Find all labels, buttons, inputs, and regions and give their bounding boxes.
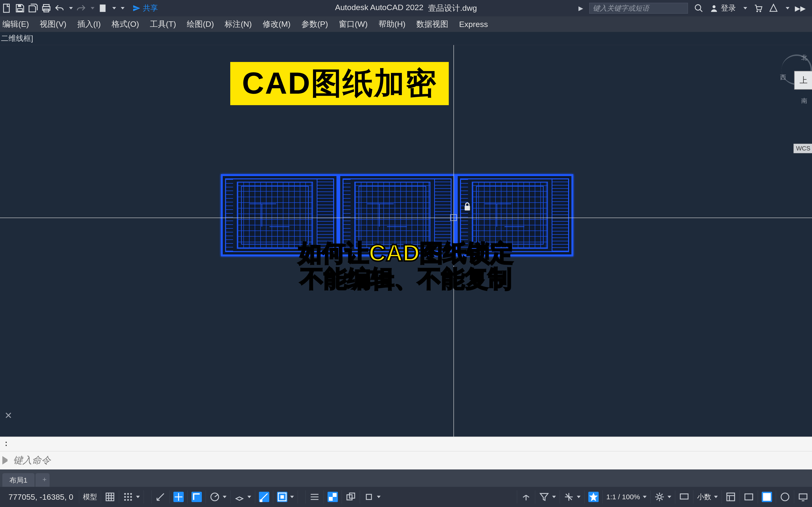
layout-tab-1[interactable]: 布局1 (2, 473, 35, 487)
svg-rect-32 (680, 494, 688, 499)
svg-point-20 (130, 499, 132, 501)
gear-icon[interactable] (654, 492, 665, 502)
annotation-icon[interactable] (588, 492, 599, 502)
svg-point-9 (756, 10, 758, 12)
expand-icon[interactable]: ▶▶ (796, 3, 805, 13)
lineweight-icon[interactable] (309, 492, 320, 502)
new-icon[interactable] (2, 3, 12, 13)
redo-icon[interactable] (76, 3, 86, 13)
compass-west: 西 (780, 73, 786, 81)
menu-view[interactable]: 视图(V) (40, 19, 66, 30)
menu-help[interactable]: 帮助(H) (378, 19, 406, 30)
layout-tab-add[interactable]: + (36, 473, 50, 487)
menu-bar: 编辑(E) 视图(V) 插入(I) 格式(O) 工具(T) 绘图(D) 标注(N… (0, 16, 812, 32)
svg-point-17 (130, 496, 132, 498)
svg-rect-35 (763, 493, 771, 501)
redo-dropdown-icon[interactable] (91, 7, 94, 9)
print-icon[interactable] (41, 3, 51, 13)
svg-rect-24 (281, 495, 284, 499)
wcs-label[interactable]: WCS (794, 144, 812, 153)
login-button[interactable]: 登录 (710, 3, 736, 13)
search-input[interactable]: 键入关键字或短语 (589, 3, 688, 14)
svg-rect-1 (18, 4, 21, 7)
login-dropdown-icon[interactable] (744, 7, 747, 9)
command-window: : 键入命令 (0, 437, 812, 469)
compass-south: 南 (801, 97, 807, 105)
menu-dim[interactable]: 标注(N) (224, 19, 252, 30)
dynamic-input-icon[interactable] (173, 492, 184, 502)
infer-icon[interactable] (155, 492, 166, 502)
isodraft-icon[interactable] (234, 492, 245, 502)
menu-express[interactable]: Express (459, 20, 488, 29)
isolate-icon[interactable] (762, 492, 772, 502)
overlay-subtitle: 如何让CAD图纸锁定 不能编辑、不能复制 (298, 240, 514, 291)
save-icon[interactable] (15, 3, 25, 13)
play-icon[interactable]: ▶ (578, 5, 583, 12)
command-caret-icon (2, 456, 11, 464)
autodesk-dropdown-icon[interactable] (786, 7, 790, 9)
svg-point-13 (127, 493, 129, 495)
filter-icon[interactable] (539, 492, 549, 502)
doc-name: 壹品设计.dwg (428, 3, 477, 14)
quickprops-icon[interactable] (725, 492, 736, 502)
menu-tools[interactable]: 工具(T) (150, 19, 176, 30)
osnap2-icon[interactable] (277, 492, 287, 502)
status-scale[interactable]: 1:1 / 100% (602, 490, 650, 504)
title-bar: 共享 Autodesk AutoCAD 2022 壹品设计.dwg ▶ 键入关键… (0, 0, 812, 16)
command-input[interactable]: 键入命令 (13, 454, 810, 467)
close-corner-icon[interactable]: ✕ (1, 408, 15, 422)
svg-point-16 (127, 496, 129, 498)
page-dropdown-icon[interactable] (112, 7, 116, 9)
status-bar: 777055, -16385, 0 模型 1:1 / 100% 小数 (0, 487, 812, 507)
hardware-icon[interactable] (780, 492, 790, 502)
command-history: : (0, 437, 812, 451)
menu-param[interactable]: 参数(P) (301, 19, 328, 30)
menu-modify[interactable]: 修改(M) (263, 19, 291, 30)
menu-insert[interactable]: 插入(I) (77, 19, 101, 30)
menu-window[interactable]: 窗口(W) (339, 19, 368, 30)
menu-format[interactable]: 格式(O) (112, 19, 139, 30)
undo-dropdown-icon[interactable] (69, 7, 73, 9)
svg-point-10 (760, 10, 761, 12)
search-icon[interactable] (694, 3, 703, 13)
svg-rect-33 (727, 493, 735, 501)
qat-more-icon[interactable] (121, 7, 124, 9)
selection-cycling-icon[interactable] (346, 492, 356, 502)
cleanscreen-icon[interactable] (798, 492, 808, 502)
svg-point-31 (658, 495, 661, 499)
status-space[interactable]: 模型 (79, 490, 101, 504)
save-all-icon[interactable] (28, 3, 38, 13)
drawing-canvas[interactable]: CAD图纸加密 如何让CAD图纸锁定 不能编辑、不能复制 上 北 西 南 WCS… (0, 45, 812, 437)
cart-icon[interactable] (753, 3, 763, 13)
visual-style-label[interactable]: 二维线框] (0, 32, 812, 45)
3dosnap-icon[interactable] (364, 492, 374, 502)
menu-dataview[interactable]: 数据视图 (416, 19, 448, 30)
snap-icon[interactable] (123, 492, 133, 502)
svg-point-7 (695, 5, 701, 10)
workspace-icon[interactable] (679, 492, 689, 502)
command-line[interactable]: 键入命令 (0, 451, 812, 469)
page-icon[interactable] (98, 3, 108, 13)
osnap-icon[interactable] (259, 492, 269, 502)
share-button[interactable]: 共享 (133, 3, 158, 13)
menu-draw[interactable]: 绘图(D) (187, 19, 214, 30)
viewcube-top[interactable]: 上 (794, 71, 812, 90)
autodesk-icon[interactable] (769, 3, 778, 13)
gizmo-icon[interactable] (564, 492, 574, 502)
ortho-icon[interactable] (192, 492, 202, 502)
lock-ui-icon[interactable] (744, 492, 754, 502)
status-coords[interactable]: 777055, -16385, 0 (0, 493, 79, 502)
menu-edit[interactable]: 编辑(E) (2, 19, 29, 30)
undo-icon[interactable] (54, 3, 64, 13)
svg-rect-6 (100, 4, 106, 12)
transparency-icon[interactable] (327, 492, 338, 502)
grid-icon[interactable] (105, 492, 115, 502)
3d-ucs-icon[interactable] (521, 492, 531, 502)
viewcube[interactable]: 上 北 西 南 WCS (777, 54, 812, 115)
layout-tabs: 布局1 + (0, 469, 812, 487)
svg-rect-11 (465, 206, 470, 211)
status-units[interactable]: 小数 (693, 490, 721, 504)
share-label: 共享 (143, 3, 158, 13)
polar-icon[interactable] (210, 492, 220, 502)
app-name: Autodesk AutoCAD 2022 (335, 3, 423, 14)
